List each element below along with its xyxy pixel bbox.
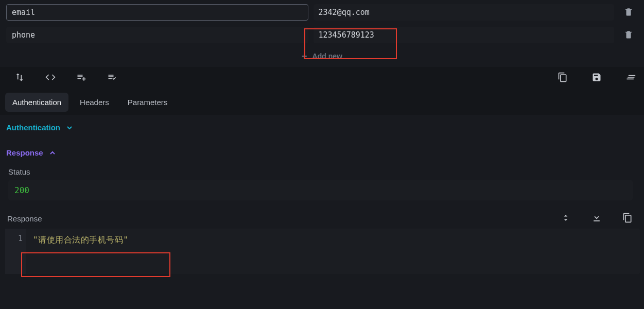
param-key-input[interactable]: email [6, 4, 308, 21]
add-new-button[interactable]: + Add new [6, 49, 638, 67]
code-icon[interactable] [45, 72, 56, 82]
param-value-input[interactable]: 2342@qq.com [314, 4, 615, 21]
unfold-icon[interactable] [561, 213, 571, 225]
response-section-label: Response [6, 148, 43, 157]
param-value-input[interactable]: 123456789123 [314, 27, 615, 43]
request-tabs: Authentication Headers Parameters [0, 92, 644, 115]
trash-icon[interactable] [624, 30, 633, 41]
line-gutter: 1 [5, 229, 26, 274]
playlist-add-icon[interactable] [76, 72, 86, 82]
copy-icon[interactable] [622, 213, 633, 225]
param-row: phone 123456789123 [6, 27, 638, 43]
add-new-label: Add new [312, 52, 342, 60]
editor-toolbar [0, 67, 644, 92]
param-value-text: 2342@qq.com [319, 8, 370, 17]
authentication-section-toggle[interactable]: Authentication [6, 123, 637, 132]
tab-authentication[interactable]: Authentication [5, 93, 68, 112]
sort-icon[interactable] [14, 72, 25, 82]
chevron-up-icon [48, 149, 57, 157]
tab-parameters[interactable]: Parameters [120, 93, 175, 112]
clear-all-icon[interactable] [625, 72, 636, 82]
param-value-text: 123456789123 [319, 30, 374, 40]
trash-icon[interactable] [624, 7, 633, 18]
param-key-text: email [12, 8, 35, 17]
response-section-toggle[interactable]: Response [6, 148, 637, 157]
params-table: email 2342@qq.com phone 123456789123 + A… [0, 0, 644, 67]
status-value: 200 [14, 185, 29, 195]
response-label: Response [7, 214, 42, 223]
line-number: 1 [5, 234, 23, 243]
tab-headers[interactable]: Headers [73, 93, 116, 112]
response-body-editor[interactable]: 1 "请使用合法的手机号码" [5, 229, 640, 274]
param-key-text: phone [12, 30, 35, 40]
authentication-section-label: Authentication [6, 123, 60, 132]
status-box: 200 [8, 180, 633, 200]
param-key-input[interactable]: phone [6, 27, 308, 43]
plus-icon: + [302, 52, 307, 61]
playlist-check-icon[interactable] [107, 72, 117, 82]
response-body-line: "请使用合法的手机号码" [33, 232, 640, 246]
response-body-header: Response [0, 203, 644, 228]
download-icon[interactable] [591, 213, 602, 225]
status-label: Status [6, 166, 637, 180]
param-row: email 2342@qq.com [6, 4, 638, 21]
copy-icon[interactable] [558, 72, 568, 82]
save-icon[interactable] [591, 72, 602, 82]
chevron-down-icon [65, 124, 74, 132]
